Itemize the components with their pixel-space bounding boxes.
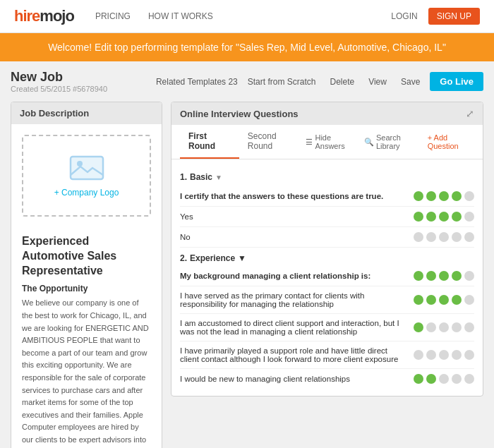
search-library-button[interactable]: 🔍 Search Library	[364, 133, 419, 150]
dot	[439, 191, 449, 201]
dot	[464, 191, 474, 201]
left-column: Job Description + Company Logo Experienc…	[11, 102, 162, 448]
view-button[interactable]: View	[364, 75, 391, 88]
section-basic-label: 1. Basic ▼	[180, 172, 474, 182]
dot	[452, 191, 462, 201]
interview-panel: Online Interview Questions ⤢ First Round…	[171, 102, 483, 396]
basic-chevron-icon[interactable]: ▼	[215, 174, 222, 181]
dot	[439, 374, 449, 384]
image-placeholder-icon	[69, 154, 104, 182]
question-text: I have served as the primary contact for…	[180, 291, 414, 308]
add-logo-button[interactable]: + Company Logo	[34, 188, 139, 198]
question-row: I would be new to managing client relati…	[180, 369, 474, 389]
job-meta: Created 5/5/2015 #5678940	[11, 85, 107, 93]
dot	[439, 232, 449, 242]
question-text: I am accustomed to direct client support…	[180, 319, 414, 336]
question-text: I have primarily played a support role a…	[180, 346, 414, 363]
question-row: No	[180, 227, 474, 248]
dot	[452, 232, 462, 242]
job-actions: Related Templates 23 Start from Scratch …	[156, 72, 483, 91]
dot	[452, 295, 462, 305]
expand-icon[interactable]: ⤢	[466, 108, 474, 119]
dot	[414, 232, 423, 242]
dot	[439, 271, 449, 281]
question-row: I am accustomed to direct client support…	[180, 314, 474, 341]
job-description-header: Job Description	[11, 102, 162, 124]
dot	[426, 232, 436, 242]
search-icon: 🔍	[364, 138, 374, 147]
login-button[interactable]: LOGIN	[391, 11, 417, 21]
dot	[439, 212, 449, 222]
dot	[414, 295, 423, 305]
question-text: Yes	[180, 212, 414, 221]
job-description-panel: Job Description + Company Logo Experienc…	[11, 102, 162, 448]
opportunity-section-title: The Opportunity	[22, 284, 151, 293]
save-button[interactable]: Save	[397, 75, 424, 88]
tab-first-round[interactable]: First Round	[180, 125, 239, 159]
dot	[426, 350, 436, 360]
go-live-button[interactable]: Go Live	[430, 72, 483, 91]
job-title-area: New Job Created 5/5/2015 #5678940	[11, 70, 107, 93]
job-title: New Job	[11, 70, 107, 85]
dot	[426, 271, 436, 281]
answer-dots	[414, 295, 474, 305]
tab-second-round[interactable]: Second Round	[239, 125, 306, 159]
dot	[452, 322, 462, 332]
question-text: I would be new to managing client relati…	[180, 375, 414, 383]
answer-dots	[414, 232, 474, 242]
question-text: I certify that the answers to these ques…	[180, 192, 414, 200]
experience-chevron-icon[interactable]: ▼	[238, 253, 246, 263]
dot	[426, 322, 436, 332]
answer-dots	[414, 271, 474, 281]
answer-dots	[414, 350, 474, 360]
section-experience-label: 2. Experience ▼	[180, 253, 474, 263]
dot	[414, 322, 423, 332]
dot	[414, 212, 423, 222]
related-templates-button[interactable]: Related Templates 23	[156, 77, 238, 87]
welcome-banner: Welcome! Edit top performing template fo…	[0, 33, 494, 61]
two-columns: Job Description + Company Logo Experienc…	[11, 102, 483, 448]
dot	[452, 212, 462, 222]
signup-button[interactable]: SIGN UP	[428, 8, 480, 25]
dot	[452, 350, 462, 360]
dot	[464, 271, 474, 281]
dot	[464, 374, 474, 384]
answer-dots	[414, 212, 474, 222]
logo-upload-area[interactable]: + Company Logo	[22, 135, 151, 217]
dot	[414, 191, 423, 201]
top-nav: hiremojo PRICING HOW IT WORKS LOGIN SIGN…	[0, 0, 494, 33]
dot	[414, 271, 423, 281]
answer-dots	[414, 374, 474, 384]
start-from-scratch-button[interactable]: Start from Scratch	[243, 75, 320, 88]
dot	[439, 350, 449, 360]
interview-panel-header: Online Interview Questions ⤢	[171, 102, 483, 125]
question-row: My background managing a client relation…	[180, 266, 474, 286]
interview-panel-title: Online Interview Questions	[180, 109, 299, 119]
dot	[464, 350, 474, 360]
tabs-bar: First Round Second Round ☰ Hide Answers …	[171, 125, 483, 159]
job-header: New Job Created 5/5/2015 #5678940 Relate…	[11, 70, 483, 93]
dot	[464, 232, 474, 242]
nav-right: LOGIN SIGN UP	[391, 8, 480, 25]
dot	[426, 295, 436, 305]
dot	[426, 191, 436, 201]
dot	[414, 350, 423, 360]
dot	[426, 374, 436, 384]
dot	[426, 212, 436, 222]
hide-answers-button[interactable]: ☰ Hide Answers	[306, 133, 355, 150]
question-row: I have served as the primary contact for…	[180, 286, 474, 314]
answer-dots	[414, 191, 474, 201]
dot	[452, 374, 462, 384]
nav-pricing[interactable]: PRICING	[95, 11, 131, 21]
dot	[414, 374, 423, 384]
dot	[439, 295, 449, 305]
tab-actions: ☰ Hide Answers 🔍 Search Library + Add Qu…	[306, 133, 474, 150]
dot	[439, 322, 449, 332]
question-row: Yes	[180, 207, 474, 227]
delete-button[interactable]: Delete	[325, 75, 359, 88]
opportunity-body: We believe our company is one of the bes…	[22, 297, 151, 448]
question-text: My background managing a client relation…	[180, 272, 414, 280]
nav-how-it-works[interactable]: HOW IT WORKS	[148, 11, 213, 21]
add-question-button[interactable]: + Add Question	[428, 133, 474, 150]
answer-dots	[414, 322, 474, 332]
